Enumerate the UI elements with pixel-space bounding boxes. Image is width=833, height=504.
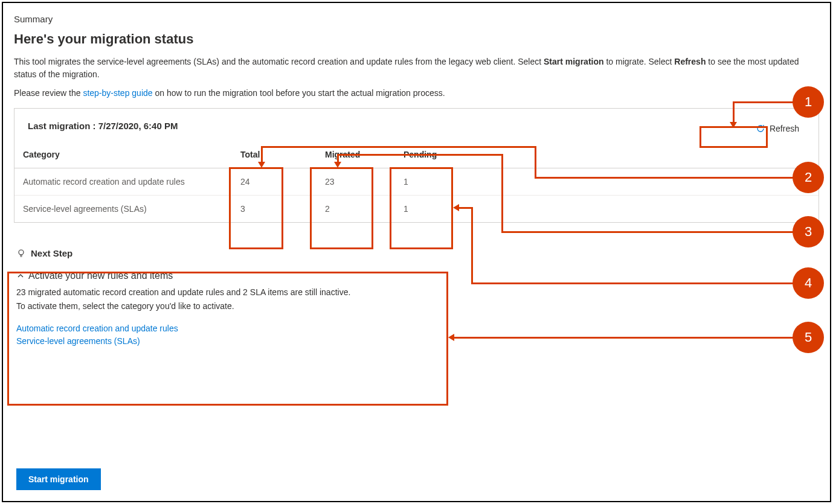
cell-pending: 1 [404,177,488,187]
refresh-button[interactable]: Refresh [750,121,805,136]
cell-pending: 1 [404,204,488,214]
activate-line2: To activate them, select the category yo… [16,300,819,313]
desc1-mid: to migrate. Select [604,57,675,66]
desc2-post: on how to run the migration tool before … [153,88,445,98]
refresh-icon [756,124,765,133]
description-1: This tool migrates the service-level agr… [14,56,819,81]
cell-total: 3 [240,204,325,214]
cell-migrated: 23 [325,177,404,187]
chevron-up-icon [16,272,25,280]
link-slas[interactable]: Service-level agreements (SLAs) [16,335,819,348]
desc1-bold2: Refresh [674,57,706,66]
start-migration-button[interactable]: Start migration [16,468,101,490]
cell-total: 24 [240,177,325,187]
table-row: Service-level agreements (SLAs) 3 2 1 [14,196,819,222]
link-automatic-rules[interactable]: Automatic record creation and update rul… [16,322,819,335]
step-by-step-link[interactable]: step-by-step guide [83,88,152,98]
cell-migrated: 2 [325,204,404,214]
next-step-header: Next Step [16,248,819,258]
svg-point-0 [19,250,24,255]
panel-header: Last migration : 7/27/2020, 6:40 PM Refr… [14,109,819,144]
header-migrated: Migrated [325,150,404,159]
activate-links: Automatic record creation and update rul… [16,322,819,348]
header-category: Category [23,150,240,159]
desc2-pre: Please review the [14,88,83,98]
activate-heading: Activate your new rules and items [28,270,173,281]
header-total: Total [240,150,325,159]
table-row: Automatic record creation and update rul… [14,168,819,196]
desc1-pre: This tool migrates the service-level agr… [14,57,544,66]
refresh-label: Refresh [770,124,799,133]
activate-header-toggle[interactable]: Activate your new rules and items [16,270,819,281]
main-container: Summary Here's your migration status Thi… [2,2,831,502]
table-header: Category Total Migrated Pending [14,144,819,168]
last-migration-label: Last migration : 7/27/2020, 6:40 PM [28,121,178,131]
cell-category: Service-level agreements (SLAs) [23,204,240,214]
header-pending: Pending [404,150,488,159]
lightbulb-icon [16,249,26,258]
page-heading: Here's your migration status [14,31,819,47]
description-2: Please review the step-by-step guide on … [14,87,819,100]
activate-line1: 23 migrated automatic record creation an… [16,286,819,299]
status-panel: Last migration : 7/27/2020, 6:40 PM Refr… [14,108,819,223]
next-step-label: Next Step [31,248,72,258]
next-step-section: Next Step Activate your new rules and it… [14,248,819,348]
cell-category: Automatic record creation and update rul… [23,177,240,187]
summary-label: Summary [14,14,819,24]
desc1-bold1: Start migration [544,57,604,66]
